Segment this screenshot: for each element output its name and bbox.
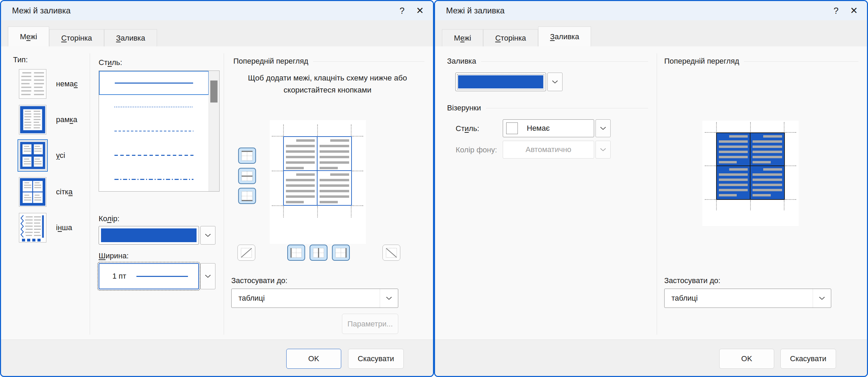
border-type-grid-icon	[18, 176, 48, 208]
fill-color-combobox[interactable]	[455, 73, 563, 91]
pattern-style-combobox[interactable]: Немає	[503, 119, 611, 137]
text-line	[286, 161, 315, 164]
tab-borders[interactable]: Межі	[442, 29, 483, 46]
border-color-combobox[interactable]	[99, 226, 215, 245]
text-line	[286, 179, 315, 181]
line-style-option-dotted[interactable]	[99, 95, 209, 119]
crop-mark	[750, 200, 751, 210]
border-width-value[interactable]: 1 пт	[99, 263, 199, 289]
tab-borders[interactable]: Межі	[8, 26, 49, 46]
crop-mark	[283, 125, 284, 136]
border-width-combobox[interactable]: 1 пт	[99, 263, 215, 289]
chevron-down-icon	[600, 148, 606, 151]
preview-cell[interactable]	[284, 137, 318, 171]
pattern-style-dropdown-button[interactable]	[596, 119, 611, 137]
border-color-value[interactable]	[99, 226, 199, 245]
bottom-border-toggle[interactable]	[238, 188, 256, 204]
border-type-none[interactable]: немає	[18, 68, 78, 100]
crop-mark	[750, 122, 751, 132]
preview-group-label: Попередній перегляд	[664, 57, 739, 66]
border-preview-diagram[interactable]	[270, 120, 366, 244]
cancel-button[interactable]: Скасувати	[348, 349, 404, 369]
border-color-dropdown-button[interactable]	[200, 226, 215, 245]
close-button[interactable]: ✕	[411, 3, 429, 18]
shading-preview-diagram	[702, 121, 799, 226]
tab-shading[interactable]: Заливка	[538, 26, 591, 46]
text-line	[330, 173, 349, 176]
ok-button[interactable]: OK	[719, 349, 774, 369]
dialog-title: Межі й заливка	[12, 6, 393, 15]
text-line	[320, 156, 349, 158]
scrollbar-thumb[interactable]	[210, 80, 218, 103]
ok-button[interactable]: OK	[286, 349, 341, 369]
help-button[interactable]: ?	[393, 3, 411, 18]
line-style-option-dashed-small[interactable]	[99, 119, 209, 143]
border-type-all[interactable]: усі	[18, 139, 65, 172]
apply-to-dropdown-button[interactable]	[380, 289, 398, 308]
text-line	[729, 168, 748, 171]
apply-to-combobox[interactable]: таблиці	[664, 289, 831, 308]
text-line	[719, 146, 748, 148]
tab-page[interactable]: Сторінка	[49, 29, 104, 46]
close-button[interactable]: ✕	[845, 3, 863, 18]
line-style-option-dashed[interactable]	[99, 143, 209, 167]
line-style-scrollbar[interactable]	[209, 71, 219, 191]
text-line	[763, 168, 782, 171]
fill-color-value[interactable]	[455, 73, 546, 91]
text-line	[753, 151, 782, 153]
border-type-custom[interactable]: інша	[18, 212, 72, 244]
left-border-toggle[interactable]	[287, 245, 305, 261]
preview-cell[interactable]	[318, 171, 351, 205]
inside-vertical-border-toggle[interactable]	[310, 245, 327, 261]
diagonal-up-border-toggle[interactable]	[237, 245, 255, 261]
pattern-swatch	[506, 122, 518, 134]
color-swatch	[458, 75, 543, 88]
preview-table[interactable]	[283, 136, 352, 206]
text-line	[753, 184, 782, 186]
shading-tab-content: Заливка Візерунки Стиль: Немає Колір фон…	[435, 46, 867, 340]
top-border-toggle[interactable]	[238, 148, 256, 164]
inside-horizontal-border-toggle[interactable]	[238, 168, 256, 184]
pattern-style-value[interactable]: Немає	[503, 119, 594, 137]
preview-cell[interactable]	[284, 171, 318, 205]
preview-table	[716, 132, 785, 200]
text-line	[286, 190, 315, 192]
right-border-toggle[interactable]	[332, 245, 350, 261]
borders-and-shading-dialog-shading: Межі й заливка ? ✕ Межі Сторінка Заливка…	[434, 0, 868, 377]
diagonal-down-border-toggle[interactable]	[382, 245, 400, 261]
crop-mark	[716, 122, 717, 132]
chevron-down-icon	[552, 80, 558, 84]
text-line	[296, 173, 315, 176]
crop-mark	[785, 199, 796, 200]
cancel-button[interactable]: Скасувати	[780, 349, 836, 369]
line-style-option-dash-dot[interactable]	[99, 167, 209, 191]
crop-mark	[784, 200, 784, 210]
apply-to-dropdown-button[interactable]	[813, 289, 831, 308]
chevron-down-icon	[205, 274, 211, 278]
border-width-dropdown-button[interactable]	[200, 263, 215, 289]
divider	[224, 53, 224, 335]
text-line	[753, 161, 771, 163]
text-line	[320, 150, 349, 153]
line-style-option-solid[interactable]	[99, 71, 209, 95]
border-type-box-icon	[18, 104, 48, 136]
tab-page[interactable]: Сторінка	[483, 29, 538, 46]
text-line	[286, 145, 315, 147]
fill-color-dropdown-button[interactable]	[547, 73, 563, 91]
text-line	[719, 184, 748, 186]
preview-cell[interactable]	[318, 137, 351, 171]
text-line	[286, 201, 304, 203]
tab-shading[interactable]: Заливка	[104, 29, 157, 46]
help-button[interactable]: ?	[827, 3, 845, 18]
apply-to-combobox[interactable]: таблиці	[231, 289, 398, 308]
focus-outline	[457, 74, 544, 89]
border-type-box[interactable]: рамка	[18, 104, 77, 136]
border-type-grid[interactable]: сітка	[18, 176, 73, 208]
type-section-label: Тип:	[13, 55, 28, 64]
preview-instruction: Щоб додати межі, клацніть схему нижче аб…	[242, 72, 413, 96]
fill-group: Заливка	[447, 57, 648, 66]
apply-to-label: Застосувати до:	[664, 276, 720, 285]
text-line	[753, 173, 782, 176]
apply-to-label: Застосувати до:	[231, 276, 287, 285]
line-style-listbox[interactable]	[99, 71, 220, 192]
